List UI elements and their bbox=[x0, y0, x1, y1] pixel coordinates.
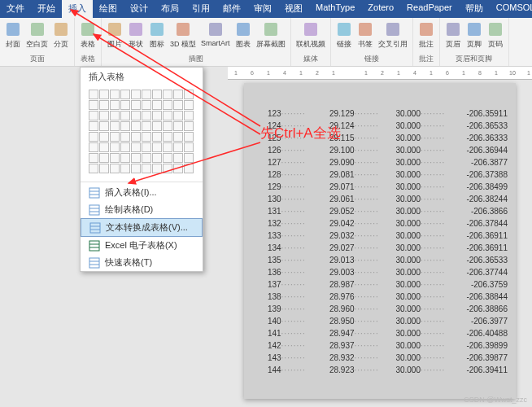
grid-cell[interactable] bbox=[163, 142, 172, 152]
tab-6[interactable]: 引用 bbox=[185, 0, 216, 18]
grid-cell[interactable] bbox=[131, 100, 141, 110]
table-row[interactable]: 143········28.932········30.000········-… bbox=[260, 352, 508, 364]
grid-cell[interactable] bbox=[173, 164, 183, 173]
grid-cell[interactable] bbox=[99, 132, 109, 142]
ribbon-item[interactable]: 空白页 bbox=[24, 20, 50, 53]
grid-cell[interactable] bbox=[131, 121, 141, 131]
grid-cell[interactable] bbox=[142, 111, 151, 120]
ribbon-item[interactable]: 交叉引用 bbox=[377, 20, 409, 53]
grid-cell[interactable] bbox=[142, 142, 151, 152]
grid-cell[interactable] bbox=[89, 153, 98, 163]
grid-cell[interactable] bbox=[89, 132, 98, 142]
tab-5[interactable]: 布局 bbox=[155, 0, 185, 18]
grid-cell[interactable] bbox=[110, 132, 120, 142]
grid-cell[interactable] bbox=[152, 100, 162, 110]
ribbon-item[interactable]: 页脚 bbox=[464, 20, 484, 53]
ribbon-item[interactable]: 联机视频 bbox=[294, 20, 327, 53]
grid-cell[interactable] bbox=[184, 142, 194, 152]
grid-cell[interactable] bbox=[99, 164, 109, 173]
grid-cell[interactable] bbox=[110, 121, 120, 131]
grid-cell[interactable] bbox=[99, 100, 109, 110]
grid-cell[interactable] bbox=[142, 121, 151, 131]
grid-cell[interactable] bbox=[173, 90, 183, 99]
dropdown-item[interactable]: 快速表格(T) bbox=[81, 254, 203, 271]
grid-cell[interactable] bbox=[131, 142, 141, 152]
table-row[interactable]: 132········29.042········30.000········-… bbox=[260, 217, 508, 230]
tab-3[interactable]: 绘图 bbox=[93, 0, 124, 18]
grid-cell[interactable] bbox=[163, 164, 172, 173]
grid-cell[interactable] bbox=[152, 121, 162, 131]
grid-cell[interactable] bbox=[163, 153, 172, 163]
grid-cell[interactable] bbox=[99, 111, 109, 120]
tab-2[interactable]: 插入 bbox=[62, 0, 93, 18]
table-row[interactable]: 144········28.923········30.000········-… bbox=[260, 364, 508, 376]
grid-cell[interactable] bbox=[99, 142, 109, 152]
grid-cell[interactable] bbox=[173, 142, 183, 152]
ribbon-item[interactable]: 批注 bbox=[416, 20, 436, 53]
grid-cell[interactable] bbox=[131, 90, 141, 99]
ribbon-item[interactable]: 图片 bbox=[105, 20, 124, 53]
grid-cell[interactable] bbox=[163, 121, 172, 131]
table-row[interactable]: 126········29.100········30.000········-… bbox=[260, 144, 508, 156]
grid-cell[interactable] bbox=[89, 100, 98, 110]
grid-cell[interactable] bbox=[110, 90, 120, 99]
grid-cell[interactable] bbox=[152, 153, 162, 163]
table-row[interactable]: 130········29.061········30.000········-… bbox=[260, 193, 508, 205]
ribbon-item[interactable]: 图表 bbox=[233, 20, 253, 53]
grid-cell[interactable] bbox=[89, 121, 98, 131]
tab-12[interactable]: ReadPaper bbox=[400, 0, 459, 18]
ribbon-item[interactable]: 书签 bbox=[355, 20, 375, 53]
grid-cell[interactable] bbox=[184, 153, 194, 163]
tab-9[interactable]: 视图 bbox=[278, 0, 309, 18]
grid-cell[interactable] bbox=[99, 121, 109, 131]
grid-cell[interactable] bbox=[152, 90, 162, 99]
grid-cell[interactable] bbox=[89, 111, 98, 120]
ribbon-item[interactable]: SmartArt bbox=[199, 20, 232, 53]
grid-cell[interactable] bbox=[173, 153, 183, 163]
tab-10[interactable]: MathType bbox=[309, 0, 361, 18]
table-row[interactable]: 141········28.947········30.000········-… bbox=[260, 327, 508, 339]
grid-cell[interactable] bbox=[99, 153, 109, 163]
ribbon-item[interactable]: 形状 bbox=[126, 20, 146, 53]
grid-cell[interactable] bbox=[120, 164, 130, 173]
grid-cell[interactable] bbox=[142, 100, 151, 110]
grid-cell[interactable] bbox=[120, 142, 130, 152]
table-row[interactable]: 140········28.950········30.000········-… bbox=[260, 315, 508, 327]
tab-8[interactable]: 审阅 bbox=[247, 0, 278, 18]
grid-cell[interactable] bbox=[99, 90, 109, 99]
grid-cell[interactable] bbox=[142, 153, 151, 163]
grid-cell[interactable] bbox=[110, 142, 120, 152]
grid-cell[interactable] bbox=[173, 121, 183, 131]
grid-cell[interactable] bbox=[184, 121, 194, 131]
grid-cell[interactable] bbox=[120, 132, 130, 142]
table-row[interactable]: 133········29.032········30.000········-… bbox=[260, 230, 508, 242]
table-row[interactable]: 134········29.027········30.000········-… bbox=[260, 242, 508, 254]
grid-cell[interactable] bbox=[173, 100, 183, 110]
dropdown-item[interactable]: 绘制表格(D) bbox=[81, 201, 203, 218]
grid-cell[interactable] bbox=[89, 164, 98, 173]
table-row[interactable]: 142········28.937········30.000········-… bbox=[260, 339, 508, 352]
ribbon-item[interactable]: 图标 bbox=[147, 20, 167, 53]
ribbon-item[interactable]: 屏幕截图 bbox=[255, 20, 287, 53]
tab-1[interactable]: 开始 bbox=[31, 0, 62, 18]
grid-cell[interactable] bbox=[163, 111, 172, 120]
table-row[interactable]: 135········29.013········30.000········-… bbox=[260, 254, 508, 266]
table-row[interactable]: 127········29.090········30.000········-… bbox=[260, 156, 508, 168]
grid-cell[interactable] bbox=[163, 100, 172, 110]
grid-cell[interactable] bbox=[173, 111, 183, 120]
grid-cell[interactable] bbox=[131, 164, 141, 173]
dropdown-item[interactable]: Excel 电子表格(X) bbox=[81, 237, 203, 254]
table-row[interactable]: 139········28.960········30.000········-… bbox=[260, 303, 508, 315]
ribbon-item[interactable]: 链接 bbox=[334, 20, 354, 53]
tab-4[interactable]: 设计 bbox=[124, 0, 155, 18]
grid-picker[interactable] bbox=[81, 86, 203, 180]
grid-cell[interactable] bbox=[89, 90, 98, 99]
grid-cell[interactable] bbox=[184, 100, 194, 110]
grid-cell[interactable] bbox=[173, 132, 183, 142]
ribbon-item[interactable]: 页眉 bbox=[443, 20, 463, 53]
table-row[interactable]: 129········29.071········30.000········-… bbox=[260, 181, 508, 193]
dropdown-item[interactable]: 插入表格(I)... bbox=[81, 184, 203, 201]
grid-cell[interactable] bbox=[131, 132, 141, 142]
tab-13[interactable]: 帮助 bbox=[459, 0, 490, 18]
tab-14[interactable]: COMSOL bbox=[490, 0, 532, 18]
